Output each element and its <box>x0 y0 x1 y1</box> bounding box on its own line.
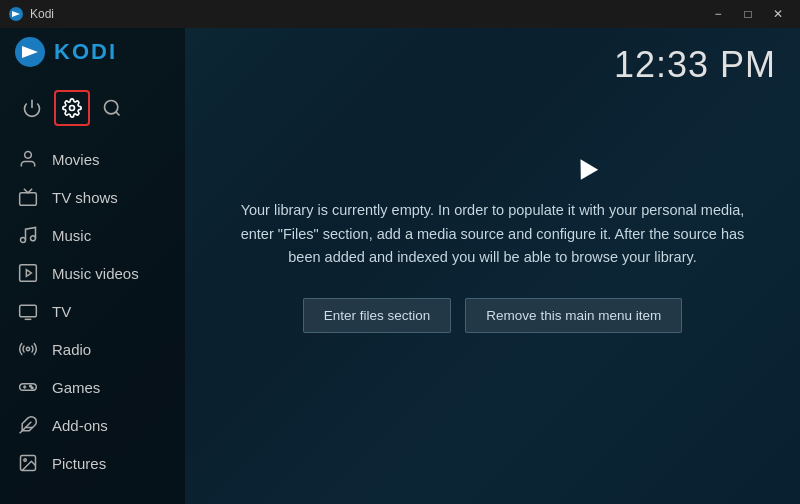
titlebar: Kodi − □ ✕ <box>0 0 800 28</box>
kodi-logo-text: KODI <box>54 39 117 65</box>
svg-point-20 <box>31 387 33 389</box>
search-icon <box>102 98 122 118</box>
clock: 12:33 PM <box>614 44 776 86</box>
movies-label: Movies <box>52 151 100 168</box>
svg-point-6 <box>105 101 118 114</box>
music-label: Music <box>52 227 91 244</box>
maximize-button[interactable]: □ <box>734 4 762 24</box>
musicvideos-icon <box>18 263 40 283</box>
pictures-icon <box>18 453 40 473</box>
nav-list: Movies TV shows Music Music videos <box>0 140 185 482</box>
enter-files-button[interactable]: Enter files section <box>303 298 452 333</box>
app-container: KODI <box>0 28 800 504</box>
settings-button[interactable] <box>54 90 90 126</box>
titlebar-left: Kodi <box>8 6 54 22</box>
close-button[interactable]: ✕ <box>764 4 792 24</box>
empty-library-message: Your library is currently empty. In orde… <box>225 199 760 271</box>
svg-rect-14 <box>20 305 37 317</box>
sidebar-item-pictures[interactable]: Pictures <box>0 444 185 482</box>
header-icons <box>0 84 185 140</box>
gear-icon <box>62 98 82 118</box>
tvshows-icon <box>18 187 40 207</box>
svg-point-11 <box>31 236 36 241</box>
radio-icon <box>18 339 40 359</box>
svg-point-10 <box>21 238 26 243</box>
kodi-logo-titlebar <box>8 6 24 22</box>
sidebar-item-games[interactable]: Games <box>0 368 185 406</box>
svg-point-8 <box>25 152 32 159</box>
titlebar-controls: − □ ✕ <box>704 4 792 24</box>
action-buttons: Enter files section Remove this main men… <box>303 298 682 333</box>
music-icon <box>18 225 40 245</box>
svg-point-25 <box>24 459 26 462</box>
sidebar: KODI <box>0 28 185 504</box>
power-button[interactable] <box>14 90 50 126</box>
sidebar-item-musicvideos[interactable]: Music videos <box>0 254 185 292</box>
logo-area: KODI <box>0 36 185 84</box>
cursor-indicator <box>572 154 598 180</box>
svg-rect-21 <box>20 384 37 391</box>
svg-rect-12 <box>20 265 37 282</box>
sidebar-item-tv[interactable]: TV <box>0 292 185 330</box>
tv-label: TV <box>52 303 71 320</box>
games-label: Games <box>52 379 100 396</box>
remove-menu-item-button[interactable]: Remove this main menu item <box>465 298 682 333</box>
kodi-logo-icon <box>14 36 46 68</box>
sidebar-item-radio[interactable]: Radio <box>0 330 185 368</box>
tv-icon <box>18 301 40 321</box>
svg-line-7 <box>116 112 120 116</box>
svg-marker-13 <box>26 270 31 277</box>
games-icon <box>18 377 40 397</box>
sidebar-item-addons[interactable]: Add-ons <box>0 406 185 444</box>
addons-label: Add-ons <box>52 417 108 434</box>
radio-label: Radio <box>52 341 91 358</box>
svg-point-16 <box>26 347 29 350</box>
movies-icon <box>18 149 40 169</box>
search-button[interactable] <box>94 90 130 126</box>
svg-rect-9 <box>20 193 37 206</box>
sidebar-item-tvshows[interactable]: TV shows <box>0 178 185 216</box>
minimize-button[interactable]: − <box>704 4 732 24</box>
addons-icon <box>18 415 40 435</box>
tvshows-label: TV shows <box>52 189 118 206</box>
svg-point-5 <box>70 106 75 111</box>
sidebar-item-movies[interactable]: Movies <box>0 140 185 178</box>
titlebar-title: Kodi <box>30 7 54 21</box>
pictures-label: Pictures <box>52 455 106 472</box>
main-content: 12:33 PM Your library is currently empty… <box>185 28 800 504</box>
sidebar-item-music[interactable]: Music <box>0 216 185 254</box>
musicvideos-label: Music videos <box>52 265 139 282</box>
power-icon <box>22 98 42 118</box>
